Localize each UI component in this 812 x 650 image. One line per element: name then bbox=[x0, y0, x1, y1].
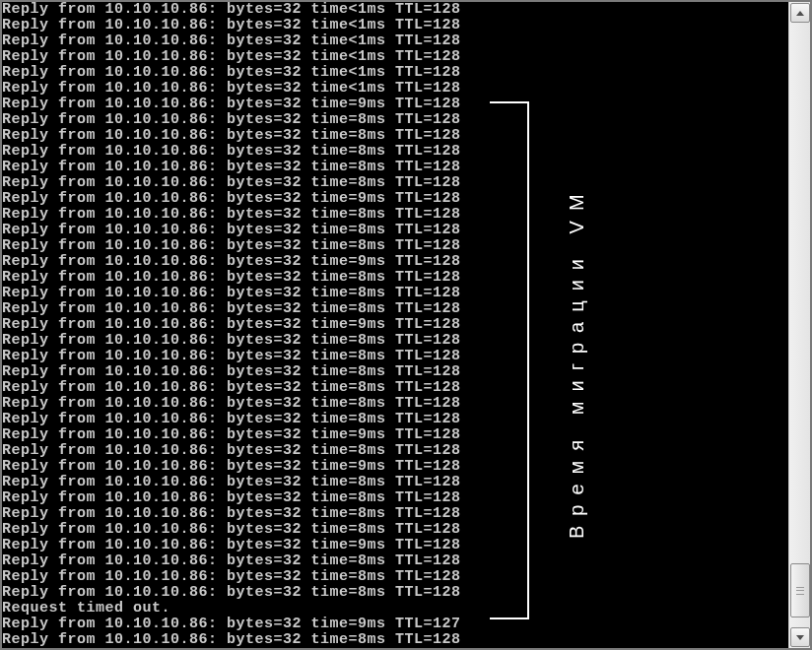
ping-reply-line: Reply from 10.10.10.86: bytes=32 time=9m… bbox=[2, 459, 788, 475]
ping-timeout-line: Request timed out. bbox=[2, 601, 788, 617]
ping-reply-line: Reply from 10.10.10.86: bytes=32 time=8m… bbox=[2, 380, 788, 396]
scrollbar-thumb[interactable] bbox=[790, 563, 810, 618]
ping-reply-line: Reply from 10.10.10.86: bytes=32 time=8m… bbox=[2, 207, 788, 223]
ping-reply-line: Reply from 10.10.10.86: bytes=32 time=8m… bbox=[2, 175, 788, 191]
ping-reply-line: Reply from 10.10.10.86: bytes=32 time=9m… bbox=[2, 427, 788, 443]
ping-reply-line: Reply from 10.10.10.86: bytes=32 time=8m… bbox=[2, 475, 788, 490]
ping-reply-line: Reply from 10.10.10.86: bytes=32 time<1m… bbox=[2, 2, 788, 18]
ping-reply-line: Reply from 10.10.10.86: bytes=32 time=8m… bbox=[2, 490, 788, 506]
ping-reply-line: Reply from 10.10.10.86: bytes=32 time=8m… bbox=[2, 522, 788, 538]
ping-reply-line: Reply from 10.10.10.86: bytes=32 time<1m… bbox=[2, 33, 788, 49]
ping-reply-line: Reply from 10.10.10.86: bytes=32 time=8m… bbox=[2, 412, 788, 427]
ping-reply-line: Reply from 10.10.10.86: bytes=32 time=8m… bbox=[2, 238, 788, 254]
ping-reply-line: Reply from 10.10.10.86: bytes=32 time=8m… bbox=[2, 349, 788, 364]
ping-reply-line: Reply from 10.10.10.86: bytes=32 time=9m… bbox=[2, 254, 788, 270]
ping-reply-line: Reply from 10.10.10.86: bytes=32 time=9m… bbox=[2, 317, 788, 333]
ping-reply-line: Reply from 10.10.10.86: bytes=32 time<1m… bbox=[2, 18, 788, 33]
ping-reply-line: Reply from 10.10.10.86: bytes=32 time=8m… bbox=[2, 286, 788, 301]
ping-reply-line: Reply from 10.10.10.86: bytes=32 time=9m… bbox=[2, 617, 788, 632]
chevron-up-icon bbox=[796, 11, 804, 16]
ping-reply-line: Reply from 10.10.10.86: bytes=32 time=8m… bbox=[2, 396, 788, 412]
terminal-window: Reply from 10.10.10.86: bytes=32 time<1m… bbox=[0, 0, 812, 650]
ping-reply-line: Reply from 10.10.10.86: bytes=32 time<1m… bbox=[2, 65, 788, 81]
vertical-scrollbar[interactable] bbox=[788, 2, 810, 648]
ping-reply-line: Reply from 10.10.10.86: bytes=32 time=8m… bbox=[2, 585, 788, 601]
chevron-down-icon bbox=[796, 635, 804, 640]
ping-reply-line: Reply from 10.10.10.86: bytes=32 time=8m… bbox=[2, 553, 788, 569]
ping-reply-line: Reply from 10.10.10.86: bytes=32 time=8m… bbox=[2, 301, 788, 317]
ping-reply-line: Reply from 10.10.10.86: bytes=32 time=9m… bbox=[2, 538, 788, 553]
scroll-down-button[interactable] bbox=[790, 627, 810, 647]
terminal-output: Reply from 10.10.10.86: bytes=32 time<1m… bbox=[2, 2, 788, 648]
ping-reply-line: Reply from 10.10.10.86: bytes=32 time<1m… bbox=[2, 49, 788, 65]
ping-reply-line: Reply from 10.10.10.86: bytes=32 time<1m… bbox=[2, 81, 788, 97]
ping-reply-line: Reply from 10.10.10.86: bytes=32 time=8m… bbox=[2, 632, 788, 648]
ping-reply-line: Reply from 10.10.10.86: bytes=32 time=8m… bbox=[2, 223, 788, 238]
ping-reply-line: Reply from 10.10.10.86: bytes=32 time=9m… bbox=[2, 191, 788, 207]
ping-reply-line: Reply from 10.10.10.86: bytes=32 time=8m… bbox=[2, 333, 788, 349]
ping-reply-line: Reply from 10.10.10.86: bytes=32 time=8m… bbox=[2, 160, 788, 175]
ping-reply-line: Reply from 10.10.10.86: bytes=32 time=8m… bbox=[2, 112, 788, 128]
ping-reply-line: Reply from 10.10.10.86: bytes=32 time=8m… bbox=[2, 569, 788, 585]
ping-reply-line: Reply from 10.10.10.86: bytes=32 time=8m… bbox=[2, 128, 788, 144]
ping-reply-line: Reply from 10.10.10.86: bytes=32 time=8m… bbox=[2, 364, 788, 380]
ping-reply-line: Reply from 10.10.10.86: bytes=32 time=8m… bbox=[2, 270, 788, 286]
ping-reply-line: Reply from 10.10.10.86: bytes=32 time=8m… bbox=[2, 144, 788, 160]
scroll-up-button[interactable] bbox=[790, 3, 810, 23]
ping-reply-line: Reply from 10.10.10.86: bytes=32 time=9m… bbox=[2, 97, 788, 112]
ping-reply-line: Reply from 10.10.10.86: bytes=32 time=8m… bbox=[2, 506, 788, 522]
ping-reply-line: Reply from 10.10.10.86: bytes=32 time=8m… bbox=[2, 443, 788, 459]
